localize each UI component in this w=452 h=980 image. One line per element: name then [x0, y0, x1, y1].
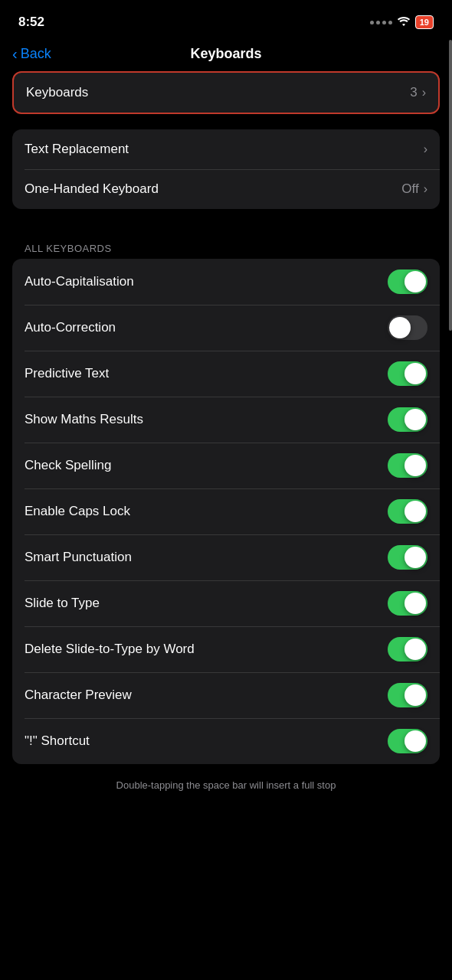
toggle-thumb [405, 593, 426, 614]
toggle-label: Check Spelling [25, 458, 111, 473]
keyboards-chevron-icon: › [422, 86, 426, 100]
keyboards-row[interactable]: Keyboards 3 › [14, 73, 438, 113]
toggle-thumb [405, 455, 426, 476]
one-handed-label: One-Handed Keyboard [25, 181, 159, 197]
toggle-row[interactable]: Character Preview [12, 672, 440, 718]
toggle-switch[interactable] [388, 315, 427, 340]
status-icons: 19 [370, 15, 434, 29]
toggle-row[interactable]: Delete Slide-to-Type by Word [12, 626, 440, 672]
toggle-thumb [405, 547, 426, 568]
text-options-group: Text Replacement › One-Handed Keyboard O… [12, 129, 440, 209]
toggle-row[interactable]: Enable Caps Lock [12, 488, 440, 534]
toggle-row[interactable]: Show Maths Results [12, 397, 440, 443]
toggle-label: Predictive Text [25, 366, 109, 381]
keyboards-value: 3 [410, 85, 417, 100]
toggles-group: Auto-CapitalisationAuto-CorrectionPredic… [12, 259, 440, 764]
one-handed-right: Off › [401, 181, 427, 197]
toggle-row[interactable]: Smart Punctuation [12, 534, 440, 580]
keyboards-group: Keyboards 3 › [12, 71, 440, 114]
toggle-switch[interactable] [388, 270, 427, 294]
toggle-label: Show Maths Results [25, 412, 143, 427]
toggle-switch[interactable] [388, 591, 427, 616]
toggle-row[interactable]: "!" Shortcut [12, 718, 440, 764]
status-time: 8:52 [18, 15, 44, 30]
toggle-row[interactable]: Auto-Correction [12, 305, 440, 351]
text-replacement-label: Text Replacement [25, 142, 129, 157]
toggle-switch[interactable] [388, 361, 427, 386]
keyboards-label: Keyboards [26, 85, 88, 100]
toggle-thumb [405, 409, 426, 430]
page-title: Keyboards [190, 46, 261, 62]
toggle-thumb [405, 684, 426, 706]
wifi-icon [397, 15, 411, 29]
toggle-thumb [405, 730, 426, 752]
toggle-thumb [405, 639, 426, 660]
back-chevron-icon: ‹ [12, 45, 18, 63]
toggle-thumb [405, 501, 426, 522]
toggle-switch[interactable] [388, 729, 427, 753]
nav-bar: ‹ Back Keyboards [0, 40, 452, 71]
status-bar: 8:52 19 [0, 0, 452, 40]
back-label: Back [21, 46, 51, 62]
toggle-label: Delete Slide-to-Type by Word [25, 642, 195, 657]
toggle-switch[interactable] [388, 683, 427, 707]
toggle-label: Enable Caps Lock [25, 504, 130, 519]
toggle-label: Smart Punctuation [25, 550, 132, 565]
toggle-label: Auto-Capitalisation [25, 274, 134, 289]
one-handed-value: Off [401, 181, 418, 197]
battery-icon: 19 [415, 15, 434, 29]
toggle-switch[interactable] [388, 453, 427, 478]
text-replacement-row[interactable]: Text Replacement › [12, 129, 440, 169]
toggle-thumb [405, 271, 426, 292]
toggle-switch[interactable] [388, 637, 427, 662]
signal-icon [370, 21, 392, 24]
all-keyboards-header: ALL KEYBOARDS [12, 230, 440, 259]
toggle-label: "!" Shortcut [25, 733, 90, 749]
toggle-thumb [389, 317, 411, 338]
toggle-row[interactable]: Slide to Type [12, 580, 440, 626]
one-handed-row[interactable]: One-Handed Keyboard Off › [12, 169, 440, 209]
toggle-label: Auto-Correction [25, 320, 116, 335]
back-button[interactable]: ‹ Back [12, 45, 51, 63]
toggle-switch[interactable] [388, 499, 427, 524]
toggle-row[interactable]: Predictive Text [12, 351, 440, 397]
toggle-switch[interactable] [388, 545, 427, 570]
bottom-note: Double-tapping the space bar will insert… [12, 773, 440, 803]
text-replacement-right: › [424, 142, 427, 156]
keyboards-right: 3 › [410, 85, 426, 100]
text-replacement-chevron-icon: › [424, 142, 427, 156]
one-handed-chevron-icon: › [424, 182, 427, 196]
content-area: Keyboards 3 › Text Replacement › One-Han… [0, 71, 452, 803]
toggle-row[interactable]: Auto-Capitalisation [12, 259, 440, 305]
toggle-switch[interactable] [388, 407, 427, 432]
toggle-thumb [405, 363, 426, 384]
toggle-label: Slide to Type [25, 596, 100, 611]
toggle-row[interactable]: Check Spelling [12, 443, 440, 488]
toggle-label: Character Preview [25, 688, 132, 703]
